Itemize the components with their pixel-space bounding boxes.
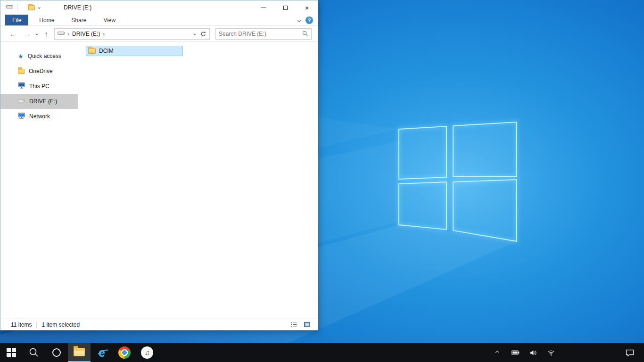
status-divider (36, 321, 37, 328)
items-count: 11 items (11, 321, 32, 328)
selection-status: 1 item selected (41, 321, 80, 328)
titlebar: DRIVE (E:) × (0, 0, 318, 15)
refresh-button[interactable] (199, 29, 207, 39)
sidebar-item-label: DRIVE (E:) (29, 98, 57, 105)
minimize-icon (261, 8, 266, 8)
drive-icon (18, 98, 25, 105)
expand-ribbon-button[interactable] (298, 19, 301, 22)
address-bar[interactable]: › DRIVE (E:) › (54, 28, 210, 40)
sidebar-item-onedrive[interactable]: OneDrive (0, 64, 78, 79)
ribbon-tab-bar: File Home Share View ? (0, 15, 318, 26)
file-item-dcim[interactable]: DCIM (86, 46, 183, 56)
file-explorer-taskbar-button[interactable] (68, 343, 91, 362)
close-button[interactable]: × (296, 0, 318, 15)
internet-explorer-button[interactable]: e (91, 343, 113, 362)
drive-icon (6, 4, 13, 11)
minimize-button[interactable] (253, 0, 274, 15)
refresh-icon (200, 31, 206, 37)
large-icons-view-button[interactable] (302, 321, 312, 329)
desktop: DRIVE (E:) × File Home Share View ? ← → … (0, 0, 644, 362)
star-icon: ★ (18, 53, 24, 59)
window-title: DRIVE (E:) (64, 4, 91, 11)
sidebar-item-label: Network (29, 113, 50, 120)
computer-icon (18, 82, 25, 90)
itunes-button[interactable]: ♫ (136, 343, 158, 362)
chevron-down-icon (38, 6, 41, 9)
search-icon (29, 347, 39, 358)
help-button[interactable]: ? (305, 16, 313, 24)
volume-button[interactable] (528, 343, 538, 362)
folder-icon (88, 48, 96, 54)
file-explorer-icon (74, 348, 85, 356)
chevron-up-icon (495, 351, 499, 354)
file-list: DCIM (78, 42, 318, 319)
sidebar-item-this-pc[interactable]: This PC (0, 79, 78, 94)
qat-folder-button[interactable] (21, 0, 32, 15)
explorer-body: ★ Quick access OneDrive This PC (0, 42, 318, 319)
details-view-button[interactable] (289, 321, 299, 329)
windows-logo-icon (7, 348, 16, 357)
tab-view[interactable]: View (97, 15, 122, 25)
file-explorer-window: DRIVE (E:) × File Home Share View ? ← → … (0, 0, 318, 330)
tab-home[interactable]: Home (33, 15, 60, 25)
start-button[interactable] (0, 343, 23, 362)
chrome-icon (118, 346, 131, 359)
breadcrumb[interactable]: DRIVE (E:) (72, 31, 100, 37)
wifi-icon (547, 350, 555, 356)
breadcrumb-separator: › (103, 31, 105, 37)
cortana-icon (52, 348, 61, 357)
status-bar: 11 items 1 item selected (0, 319, 318, 330)
speaker-icon (530, 350, 537, 356)
navigation-pane: ★ Quick access OneDrive This PC (0, 42, 78, 319)
forward-button[interactable]: → (22, 29, 33, 39)
back-button[interactable]: ← (8, 29, 18, 39)
sidebar-item-label: Quick access (28, 53, 61, 59)
address-dropdown-button[interactable] (190, 29, 199, 39)
ribbon-right-controls: ? (298, 15, 318, 25)
action-center-icon (626, 349, 634, 356)
taskbar: e ♫ (0, 343, 644, 362)
cortana-button[interactable] (45, 343, 68, 362)
show-hidden-icons-button[interactable] (492, 343, 503, 362)
chrome-button[interactable] (113, 343, 136, 362)
tab-file[interactable]: File (5, 15, 28, 25)
tab-share[interactable]: Share (65, 15, 92, 25)
internet-explorer-icon: e (99, 347, 105, 359)
maximize-icon (283, 6, 288, 10)
maximize-button[interactable] (274, 0, 296, 15)
taskbar-search-button[interactable] (23, 343, 45, 362)
recent-locations-button[interactable] (33, 33, 40, 35)
breadcrumb-separator: › (67, 31, 69, 37)
folder-icon (18, 69, 25, 74)
search-icon (302, 31, 308, 37)
network-wifi-button[interactable] (546, 343, 556, 362)
sidebar-item-label: OneDrive (29, 68, 53, 74)
view-toggles (289, 321, 312, 329)
quick-access-toolbar (0, 0, 43, 15)
customize-toolbar-button[interactable] (35, 0, 43, 15)
system-tray (492, 343, 644, 362)
chevron-down-icon (297, 18, 301, 22)
search-button[interactable] (302, 31, 308, 37)
network-icon (18, 113, 25, 120)
battery-icon (512, 350, 520, 355)
large-icons-view-icon (304, 322, 310, 327)
sidebar-item-network[interactable]: Network (0, 109, 78, 124)
folder-icon (28, 5, 35, 10)
action-center-button[interactable] (619, 343, 640, 362)
navigation-bar: ← → ↑ › DRIVE (E:) › (0, 26, 318, 42)
window-controls: × (253, 0, 318, 15)
search-input[interactable] (219, 31, 302, 37)
chevron-down-icon (35, 33, 38, 35)
search-box (215, 28, 312, 40)
sidebar-item-drive-e[interactable]: DRIVE (E:) (0, 94, 78, 109)
battery-button[interactable] (510, 343, 520, 362)
close-icon: × (305, 4, 309, 11)
sidebar-item-quick-access[interactable]: ★ Quick access (0, 49, 78, 64)
itunes-icon: ♫ (141, 346, 153, 359)
file-name: DCIM (99, 48, 114, 54)
up-button[interactable]: ↑ (41, 29, 51, 39)
music-note-icon: ♫ (145, 349, 150, 356)
drive-icon (58, 31, 65, 37)
toolbar-divider (17, 4, 17, 11)
